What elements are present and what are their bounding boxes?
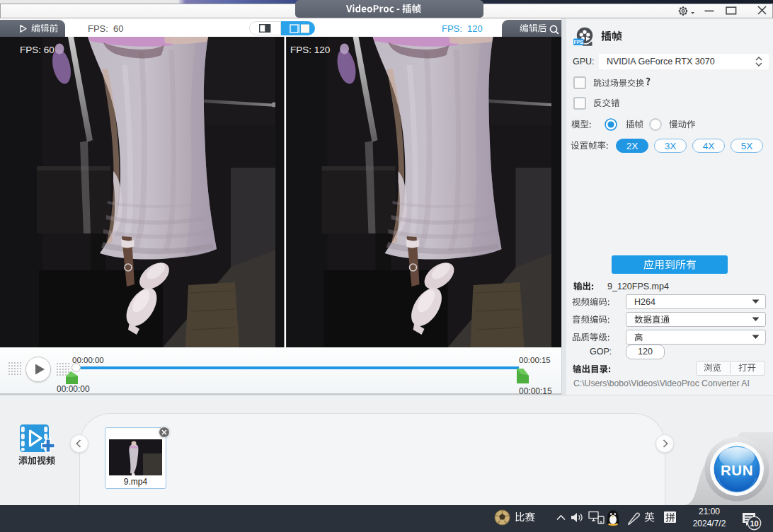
svg-text:10: 10 <box>750 519 758 528</box>
svg-text:RUN: RUN <box>721 462 753 478</box>
svg-text:FPS: FPS <box>574 40 584 45</box>
